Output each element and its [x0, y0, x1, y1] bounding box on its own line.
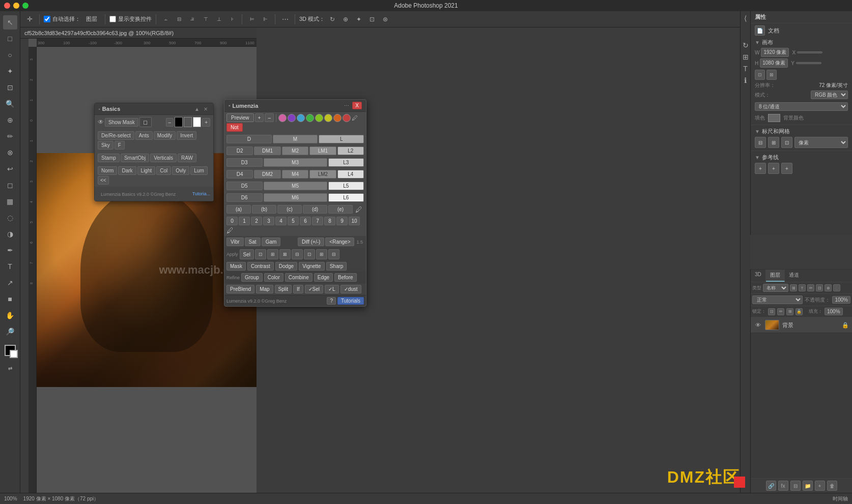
zoom-tool-icon[interactable]: 🔎 [3, 324, 17, 339]
fill-swatch[interactable] [768, 114, 780, 122]
blur-tool-icon[interactable]: ◌ [3, 211, 17, 225]
lum-num-5[interactable]: 5 [288, 217, 299, 225]
file-tab[interactable]: cf52b8c3fd83e4297a49cf0cb3964c63.jpg @ 1… [24, 30, 174, 36]
lum-tutorials-btn[interactable]: Tutorials [337, 297, 364, 305]
lum-a-btn[interactable]: (a) [226, 205, 251, 214]
ruler-btn2[interactable]: ⊞ [768, 137, 779, 148]
bit-depth-select[interactable]: 8 位/通道 [755, 102, 848, 111]
basics-collapse-btn[interactable]: ▲ [193, 105, 201, 112]
dodge-tool-icon[interactable]: ◑ [3, 227, 17, 241]
modify-btn[interactable]: Modify [154, 131, 176, 140]
basics-eye-icon[interactable]: 👁 [98, 118, 104, 126]
layer-filter-btn2[interactable]: T [799, 284, 806, 291]
layer-filter-btn5[interactable]: ⊗ [825, 284, 832, 291]
lum-apply-icon4[interactable]: ⊟ [292, 249, 303, 259]
lum-range-btn[interactable]: <Range> [325, 238, 354, 246]
lum-lime-dot[interactable] [315, 114, 323, 122]
f-btn[interactable]: F [115, 141, 125, 150]
lum-lm1-btn[interactable]: LM1 [309, 146, 336, 155]
lum-c-btn[interactable]: (c) [277, 205, 302, 214]
light-btn[interactable]: Light [137, 166, 156, 175]
lum-d-paren-btn[interactable]: (d) [303, 205, 327, 214]
deselect-btn[interactable]: De/Re-select [98, 131, 134, 140]
basics-collapse-icon[interactable]: ▪ [99, 107, 100, 111]
align-top-icon[interactable]: ⊤ [200, 14, 211, 25]
eraser-tool-icon[interactable]: ◻ [3, 178, 17, 192]
panel-rotate-icon[interactable]: ↻ [742, 40, 750, 50]
lasso-tool-icon[interactable]: ○ [3, 48, 17, 62]
minimize-button[interactable] [13, 3, 19, 9]
add-mask-btn[interactable]: ⊟ [790, 481, 801, 491]
guide-btn2[interactable]: + [768, 163, 779, 174]
guide-btn1[interactable]: + [755, 163, 766, 174]
lum-dots-btn[interactable]: ⋯ [343, 102, 351, 109]
lum-d-btn[interactable]: D [226, 135, 272, 143]
move-tool-icon[interactable]: ↖ [3, 15, 17, 29]
lum-num-6[interactable]: 6 [300, 217, 311, 225]
tab-layers[interactable]: 图层 [766, 270, 785, 282]
ruler-btn1[interactable]: ⊟ [755, 137, 766, 148]
lock-pixels-btn[interactable]: ⊡ [768, 308, 775, 315]
lum-m2-btn[interactable]: M2 [282, 146, 308, 155]
ruler-btn3[interactable]: ⊡ [781, 137, 792, 148]
hand-tool-icon[interactable]: ✋ [3, 308, 17, 322]
lum-vibr-btn[interactable]: Vibr [226, 238, 244, 246]
mode-select[interactable]: RGB 颜色 [811, 91, 848, 99]
lum-d3-btn[interactable]: D3 [226, 158, 263, 167]
lum-num-10[interactable]: 10 [349, 217, 360, 225]
new-group-btn[interactable]: 📁 [803, 481, 813, 491]
lum-sel-btn[interactable]: Sel [240, 249, 254, 259]
lum-minus-btn[interactable]: – [265, 113, 274, 122]
lum-m4-btn[interactable]: M4 [282, 170, 308, 179]
lum-green-dot[interactable] [306, 114, 314, 122]
lock-artboard-btn[interactable]: ⊞ [786, 308, 793, 315]
more-icon[interactable]: ⋯ [279, 14, 291, 25]
lum-dodge-btn[interactable]: Dodge [275, 262, 297, 271]
path-select-icon[interactable]: ↗ [3, 276, 17, 290]
lum-preblend-btn[interactable]: PreBlend [226, 285, 254, 293]
x-value[interactable] [797, 51, 822, 53]
lum-dm1-btn[interactable]: DM1 [254, 146, 280, 155]
lum-red-dot[interactable] [343, 114, 351, 122]
lum-eyedropper-icon[interactable]: 🖊 [352, 114, 358, 122]
lum-m3-btn[interactable]: M3 [264, 158, 327, 167]
plus-btn[interactable]: + [202, 118, 210, 127]
lum-split-btn[interactable]: Split [275, 285, 292, 293]
lum-vl-btn[interactable]: ✓L [325, 285, 339, 293]
ovly-btn[interactable]: Ovly [172, 166, 189, 175]
fg-color-swatch[interactable] [175, 117, 183, 127]
lum-l4-btn[interactable]: L4 [337, 170, 364, 179]
panel-info-icon[interactable]: ℹ [743, 75, 748, 85]
lum-l6-btn[interactable]: L6 [328, 193, 364, 202]
clone-stamp-icon[interactable]: ⊗ [3, 145, 17, 160]
lum-mask-btn[interactable]: Mask [226, 262, 246, 271]
lum-apply-icon1[interactable]: ⊡ [255, 249, 266, 259]
lum-map-btn[interactable]: Map [256, 285, 273, 293]
lum-apply-icon6[interactable]: ⊞ [316, 249, 327, 259]
lock-all-btn[interactable]: 🔒 [796, 308, 803, 315]
dark-btn[interactable]: Dark [118, 166, 136, 175]
layer-type-select[interactable]: 名称 [763, 284, 788, 292]
lum-num-9[interactable]: 9 [336, 217, 348, 225]
swap-colors-icon[interactable]: ⇄ [6, 364, 14, 372]
history-brush-icon[interactable]: ↩ [3, 162, 17, 176]
basics-tutorial-link[interactable]: Tutoria... [192, 191, 210, 196]
lum-num-7[interactable]: 7 [312, 217, 323, 225]
text-tool-icon[interactable]: T [3, 259, 17, 274]
bg-color-swatch[interactable] [193, 117, 201, 127]
arrows-btn[interactable]: << [98, 176, 109, 185]
align-right-icon[interactable]: ⫡ [187, 14, 198, 25]
panel-layers-icon[interactable]: ⊞ [742, 52, 750, 62]
link-layers-btn[interactable]: 🔗 [766, 481, 776, 491]
lum-gam-btn[interactable]: Gam [262, 238, 281, 246]
opacity-value[interactable]: 100% [832, 296, 850, 304]
verticals-btn[interactable]: Verticals [150, 154, 177, 162]
lock-pos-btn[interactable]: ✏ [777, 308, 784, 315]
light-3d-icon[interactable]: ⊛ [380, 14, 391, 25]
canvas-section-toggle[interactable]: ▼ 画布 [755, 39, 848, 46]
lum-sharp-btn[interactable]: Sharp [326, 262, 347, 271]
lum-combine-btn[interactable]: Combine [285, 273, 313, 282]
blend-mode-select[interactable]: 正常 [752, 295, 803, 304]
zoom-3d-icon[interactable]: ✦ [353, 14, 364, 25]
new-layer-btn[interactable]: + [815, 481, 825, 491]
